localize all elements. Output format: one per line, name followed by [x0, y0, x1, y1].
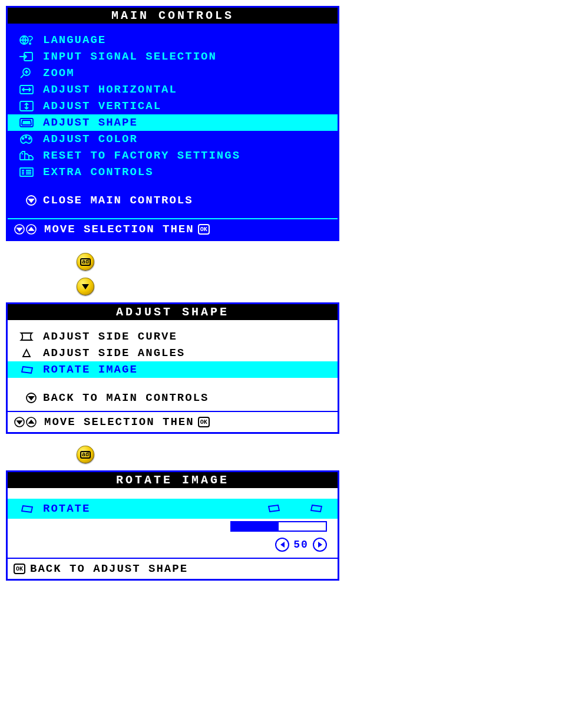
menu-item-adjust-horizontal[interactable]: ADJUST HORIZONTAL — [8, 81, 338, 98]
menu-item-adjust-shape[interactable]: ADJUST SHAPE — [8, 114, 338, 131]
close-down-icon — [16, 194, 37, 207]
input-icon — [16, 50, 37, 63]
menu-label: ADJUST VERTICAL — [43, 100, 161, 113]
rotate-slider-row — [8, 519, 338, 538]
footer-text: MOVE SELECTION THEN — [44, 223, 194, 236]
adjust-shape-panel: ADJUST SHAPE ADJUST SIDE CURVE ADJUST SI… — [6, 302, 339, 434]
menu-label: ADJUST SIDE ANGLES — [43, 347, 185, 360]
menu-label: ADJUST COLOR — [43, 133, 138, 146]
menu-item-back-main[interactable]: BACK TO MAIN CONTROLS — [8, 390, 338, 406]
rotate-footer[interactable]: OK BACK TO ADJUST SHAPE — [8, 558, 338, 579]
ok-icon: OK — [14, 564, 25, 574]
menu-item-language[interactable]: LANGUAGE — [8, 32, 338, 48]
menu-label: ADJUST HORIZONTAL — [43, 83, 177, 96]
main-controls-panel: MAIN CONTROLS LANGUAGE INPUT SIGNAL SELE… — [6, 6, 339, 241]
menu-label: LANGUAGE — [43, 34, 106, 47]
horiz-icon — [16, 83, 37, 96]
menu-item-side-angles[interactable]: ADJUST SIDE ANGLES — [8, 345, 338, 361]
menu-label: BACK TO MAIN CONTROLS — [43, 391, 209, 404]
menu-item-adjust-color[interactable]: ADJUST COLOR — [8, 131, 338, 147]
increase-button[interactable] — [313, 538, 327, 552]
menu-label: ZOOM — [43, 67, 75, 80]
menu-item-reset-factory[interactable]: RESET TO FACTORY SETTINGS — [8, 147, 338, 164]
zoom-icon — [16, 67, 37, 80]
shape-menu-body: ADJUST SIDE CURVE ADJUST SIDE ANGLES ROT… — [8, 320, 338, 406]
footer-text: MOVE SELECTION THEN — [44, 416, 194, 429]
svg-point-1 — [29, 43, 31, 44]
menu-label: RESET TO FACTORY SETTINGS — [43, 149, 240, 162]
rotate-body: ROTATE 50 — [8, 488, 338, 558]
menu-item-rotate-image[interactable]: ROTATE IMAGE — [8, 361, 338, 378]
ok-icon: OK — [198, 224, 210, 235]
reset-icon — [16, 149, 37, 162]
rotate-icon — [16, 363, 37, 376]
rotate-ccw-icon — [263, 503, 283, 515]
menu-item-close[interactable]: CLOSE MAIN CONTROLS — [8, 192, 338, 209]
main-footer: MOVE SELECTION THEN OK — [8, 218, 338, 239]
menu-label: ROTATE IMAGE — [43, 363, 138, 376]
up-down-nav-icon — [14, 223, 39, 235]
rotate-icon — [16, 502, 37, 515]
menu-item-zoom[interactable]: ZOOM — [8, 65, 338, 81]
vert-icon — [16, 100, 37, 113]
back-label: BACK TO ADJUST SHAPE — [30, 562, 188, 575]
menu-item-side-curve[interactable]: ADJUST SIDE CURVE — [8, 328, 338, 345]
shape-title: ADJUST SHAPE — [8, 304, 338, 320]
down-button[interactable] — [77, 278, 94, 295]
ok-button[interactable]: ad — [77, 446, 94, 463]
svg-point-9 — [29, 138, 31, 140]
menu-item-adjust-vertical[interactable]: ADJUST VERTICAL — [8, 98, 338, 114]
color-icon — [16, 133, 37, 146]
ok-button[interactable]: ad — [77, 253, 94, 271]
svg-point-8 — [25, 136, 27, 138]
shape-footer: MOVE SELECTION THEN OK — [8, 411, 338, 432]
extra-icon — [16, 166, 37, 179]
main-menu-body: LANGUAGE INPUT SIGNAL SELECTION ZOOM — [8, 24, 338, 218]
main-title: MAIN CONTROLS — [8, 8, 338, 24]
menu-label: ADJUST SHAPE — [43, 116, 138, 129]
side-angle-icon — [16, 347, 37, 360]
up-down-nav-icon — [14, 416, 39, 428]
menu-label: EXTRA CONTROLS — [43, 166, 154, 179]
svg-point-7 — [22, 138, 24, 140]
decrease-button[interactable] — [275, 538, 289, 552]
rotate-label: ROTATE — [43, 502, 90, 515]
rotate-option-row[interactable]: ROTATE — [8, 499, 338, 519]
menu-label: ADJUST SIDE CURVE — [43, 330, 177, 343]
side-curve-icon — [16, 330, 37, 343]
rotate-cw-icon — [307, 503, 327, 515]
menu-label: CLOSE MAIN CONTROLS — [43, 194, 193, 207]
ok-icon: OK — [198, 417, 210, 427]
rotate-value: 50 — [289, 539, 313, 551]
rotate-slider[interactable] — [230, 521, 327, 532]
rotate-value-row: 50 — [8, 538, 338, 558]
rotate-image-panel: ROTATE IMAGE ROTATE — [6, 470, 339, 581]
shape-icon — [16, 116, 37, 129]
menu-item-extra-controls[interactable]: EXTRA CONTROLS — [8, 164, 338, 180]
rotate-title: ROTATE IMAGE — [8, 472, 338, 488]
menu-label: INPUT SIGNAL SELECTION — [43, 50, 217, 63]
menu-item-input-signal[interactable]: INPUT SIGNAL SELECTION — [8, 48, 338, 65]
back-down-icon — [16, 391, 37, 404]
language-icon — [16, 34, 37, 47]
